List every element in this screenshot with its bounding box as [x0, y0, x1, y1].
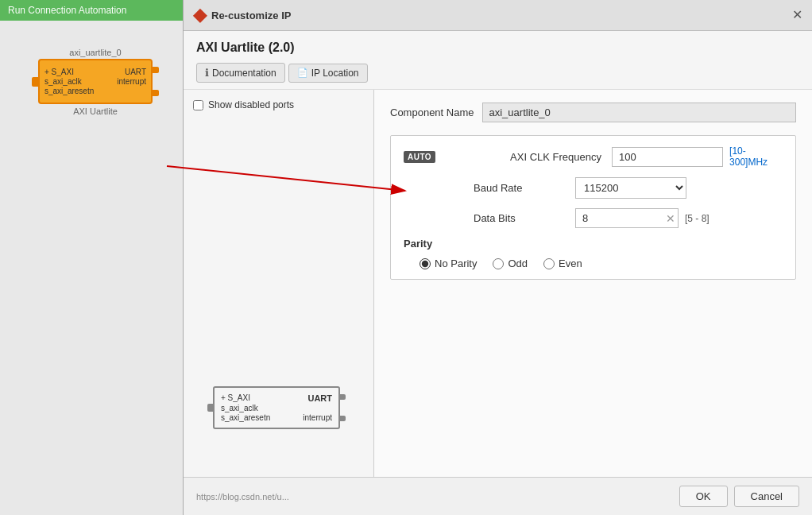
parity-even-label: Even — [559, 258, 582, 269]
data-bits-input-wrapper: ✕ — [575, 208, 679, 228]
parity-section: Parity No Parity Odd Even — [404, 238, 783, 269]
axi-clk-hint: [10-300]MHz — [729, 145, 783, 168]
data-bits-input[interactable] — [575, 208, 679, 228]
mini-port-s-axi: + S_AXI — [221, 393, 250, 403]
port-s-axi-aclk: s_axi_aclk — [44, 77, 82, 86]
mini-port-aresetn: s_axi_aresetn — [221, 413, 270, 422]
run-connection-label: Run Connection Automation — [8, 5, 126, 16]
component-name-input[interactable] — [482, 103, 797, 122]
cancel-button[interactable]: Cancel — [734, 486, 799, 507]
port-uart: UART — [125, 68, 146, 76]
auto-badge: AUTO — [404, 151, 435, 163]
data-bits-label: Data Bits — [474, 212, 569, 224]
tab-documentation[interactable]: ℹ Documentation — [196, 63, 285, 83]
baud-rate-label: Baud Rate — [474, 182, 569, 194]
parity-no-parity-label: No Parity — [435, 258, 477, 269]
mini-axi-block: + S_AXI UART s_axi_aclk s_axi_aresetn in… — [213, 386, 340, 429]
axi-block-label-bottom: AXI Uartlite — [32, 106, 159, 116]
data-bits-row: Data Bits ✕ [5 - 8] — [404, 208, 783, 228]
parity-even-radio[interactable] — [543, 258, 555, 269]
tab-ip-location-label: IP Location — [311, 68, 359, 79]
left-background-panel: Run Connection Automation axi_uartlite_0… — [0, 0, 183, 515]
dialog-title: ◆ Re-customize IP — [193, 5, 291, 25]
dialog-right-pane: Component Name AUTO AXI CLK Frequency [1… — [374, 90, 812, 477]
parity-odd-option[interactable]: Odd — [493, 258, 528, 269]
dialog-close-button[interactable]: ✕ — [792, 9, 802, 21]
port-s-axi-aresetn: s_axi_aresetn — [44, 87, 94, 95]
dialog-header: AXI Uartlite (2.0) ℹ Documentation 📄 IP … — [184, 31, 812, 90]
data-bits-clear-button[interactable]: ✕ — [666, 212, 675, 225]
tab-ip-location[interactable]: 📄 IP Location — [288, 64, 368, 83]
info-icon: ℹ — [205, 67, 209, 79]
parity-no-parity-option[interactable]: No Parity — [420, 258, 477, 269]
config-box: AUTO AXI CLK Frequency [10-300]MHz Baud … — [390, 135, 796, 280]
axi-uartlite-block: + S_AXI UART s_axi_aclk interrupt s_axi_… — [38, 59, 153, 104]
ok-button[interactable]: OK — [679, 486, 728, 507]
mini-diagram: + S_AXI UART s_axi_aclk s_axi_aresetn in… — [207, 386, 350, 429]
mini-uart-label: UART — [307, 393, 332, 403]
dialog-tabs: ℹ Documentation 📄 IP Location — [196, 63, 799, 83]
component-name-row: Component Name — [390, 103, 796, 122]
parity-odd-radio[interactable] — [493, 258, 504, 269]
parity-title: Parity — [404, 238, 783, 250]
axi-block-wrapper: axi_uartlite_0 + S_AXI UART s_axi_aclk i… — [32, 48, 159, 116]
mini-port-aclk: s_axi_aclk — [221, 404, 258, 412]
axi-clk-row: AUTO AXI CLK Frequency [10-300]MHz — [404, 145, 783, 168]
port-interrupt: interrupt — [117, 77, 146, 86]
data-bits-hint: [5 - 8] — [685, 213, 710, 224]
parity-options: No Parity Odd Even — [404, 258, 783, 269]
vivado-logo-icon: ◆ — [193, 5, 207, 25]
dialog-left-pane: Show disabled ports + S_AXI UART — [184, 90, 374, 477]
baud-rate-row: Baud Rate 9600 19200 38400 57600 115200 … — [404, 177, 783, 199]
document-icon: 📄 — [297, 68, 308, 78]
parity-even-option[interactable]: Even — [543, 258, 582, 269]
axi-clk-label: AXI CLK Frequency — [510, 151, 605, 163]
port-s-axi: + S_AXI — [44, 68, 74, 76]
dialog-title-text: Re-customize IP — [211, 10, 291, 21]
dialog-titlebar: ◆ Re-customize IP ✕ — [184, 0, 812, 31]
dialog-body: Show disabled ports + S_AXI UART — [184, 90, 812, 477]
main-diagram-area: axi_uartlite_0 + S_AXI UART s_axi_aclk i… — [16, 24, 175, 167]
parity-no-parity-radio[interactable] — [420, 258, 431, 269]
show-disabled-ports-label: Show disabled ports — [208, 99, 294, 110]
parity-odd-label: Odd — [508, 258, 528, 269]
footer-url: https://blog.csdn.net/u... — [196, 492, 673, 501]
dialog-footer: https://blog.csdn.net/u... OK Cancel — [184, 477, 812, 515]
show-disabled-ports-checkbox[interactable] — [193, 100, 203, 110]
axi-clk-input[interactable] — [612, 147, 723, 167]
baud-rate-select[interactable]: 9600 19200 38400 57600 115200 230400 — [575, 177, 686, 199]
recustomize-ip-dialog: ◆ Re-customize IP ✕ AXI Uartlite (2.0) ℹ… — [183, 0, 812, 515]
mini-interrupt-label: interrupt — [303, 413, 332, 422]
component-name-label: Component Name — [390, 106, 474, 118]
dialog-heading: AXI Uartlite (2.0) — [196, 41, 799, 55]
show-disabled-ports-row: Show disabled ports — [193, 99, 364, 110]
run-connection-bar[interactable]: Run Connection Automation — [0, 0, 183, 21]
tab-documentation-label: Documentation — [212, 68, 276, 79]
axi-block-label-top: axi_uartlite_0 — [32, 48, 159, 57]
